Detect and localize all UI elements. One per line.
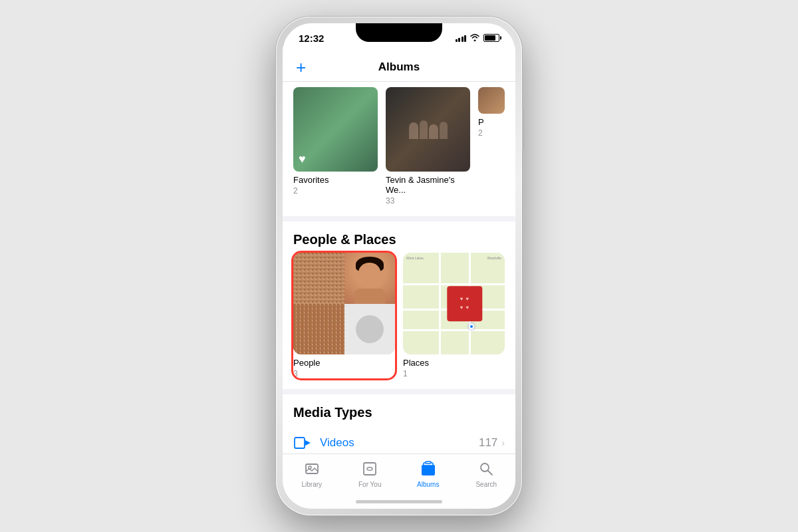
heart-icon: ♥ [299,152,306,166]
svg-line-18 [488,471,492,475]
face-cell-3 [293,304,344,355]
face-cell-1 [293,253,344,304]
album-thumb-favorites: ♥ [293,87,378,172]
videos-chevron: › [501,438,505,448]
map-road-3 [403,329,505,331]
album-count-wedding: 33 [386,196,470,205]
tab-library[interactable]: Library [283,460,341,488]
content-scroll[interactable]: ♥ Favorites 2 [283,82,515,454]
map-road-v1 [439,253,441,354]
face-cell-4 [344,304,396,355]
map-road-1 [403,283,505,285]
videos-icon [293,434,312,452]
svg-rect-16 [426,462,431,464]
album-grid: ♥ Favorites 2 [293,82,505,205]
tab-albums[interactable]: Albums [399,460,458,488]
phone-frame: 12:32 [276,17,522,515]
my-albums-section: ♥ Favorites 2 [283,82,515,216]
map-location-dot [469,324,474,329]
album-label-wedding: Tevin & Jasmine's We... [386,175,470,195]
albums-icon [419,460,438,478]
album-label-third: P [478,117,505,127]
media-types-section: Media Types Videos 117 › [283,394,515,454]
album-thumb-wedding [386,87,470,172]
svg-point-17 [481,464,489,471]
page-title: Albums [378,61,420,74]
ios-screen: 12:32 [283,23,515,509]
videos-count: 117 [479,436,497,450]
svg-rect-0 [295,438,305,448]
tab-search-label: Search [475,481,497,488]
map-label-2: Woodville [487,256,501,260]
hearts-pattern: ♥♥ ♥♥ [460,296,469,311]
status-bar: 12:32 [283,23,515,53]
media-types-title: Media Types [293,405,372,420]
people-thumb [293,253,395,354]
map-red-box: ♥♥ ♥♥ [447,286,483,322]
home-indicator [356,500,442,503]
people-label: People [293,358,395,368]
media-item-videos[interactable]: Videos 117 › [283,426,515,454]
nav-bar: + Albums [283,53,515,82]
svg-marker-1 [305,440,311,446]
places-tile[interactable]: West Lakes Woodville ♥♥ ♥♥ [403,253,505,378]
map-label-1: West Lakes [406,256,424,260]
places-count: 1 [403,369,505,378]
videos-label: Videos [320,436,479,450]
media-types-header: Media Types [283,394,515,426]
search-icon [477,460,495,478]
status-time: 12:32 [299,33,324,44]
people-places-header: People & Places [283,221,515,253]
tab-for-you[interactable]: For You [341,460,400,488]
places-thumb: West Lakes Woodville ♥♥ ♥♥ [403,253,505,354]
signal-icon [456,34,467,42]
people-places-grid: People 3 [283,253,515,389]
places-label: Places [403,358,505,368]
people-count: 3 [293,369,395,378]
face-cell-2 [344,253,396,304]
battery-icon [483,34,499,42]
svg-rect-14 [422,465,435,475]
for-you-icon [360,460,379,478]
tab-search[interactable]: Search [458,460,516,488]
tab-for-you-label: For You [358,481,381,488]
tab-library-label: Library [301,481,322,488]
people-places-section: People & Places [283,221,515,389]
album-thumb-third [478,87,505,114]
people-places-title: People & Places [293,232,396,247]
tab-albums-label: Albums [417,481,439,488]
album-item-third[interactable]: P 2 [478,87,505,205]
album-label-favorites: Favorites [293,175,378,185]
notch [356,23,442,42]
add-album-button[interactable]: + [296,59,306,76]
album-count-third: 2 [478,128,505,138]
svg-rect-11 [306,464,318,473]
svg-rect-13 [364,463,376,475]
status-icons [456,33,500,43]
people-tile[interactable]: People 3 [293,253,395,378]
album-item-favorites[interactable]: ♥ Favorites 2 [293,87,378,205]
album-count-favorites: 2 [293,186,378,196]
phone-screen: 12:32 [283,23,515,509]
wifi-icon [469,33,480,43]
library-icon [303,460,321,478]
people-faces-grid [293,253,395,354]
album-item-wedding[interactable]: Tevin & Jasmine's We... 33 [386,87,470,205]
map-background: West Lakes Woodville ♥♥ ♥♥ [403,253,505,354]
